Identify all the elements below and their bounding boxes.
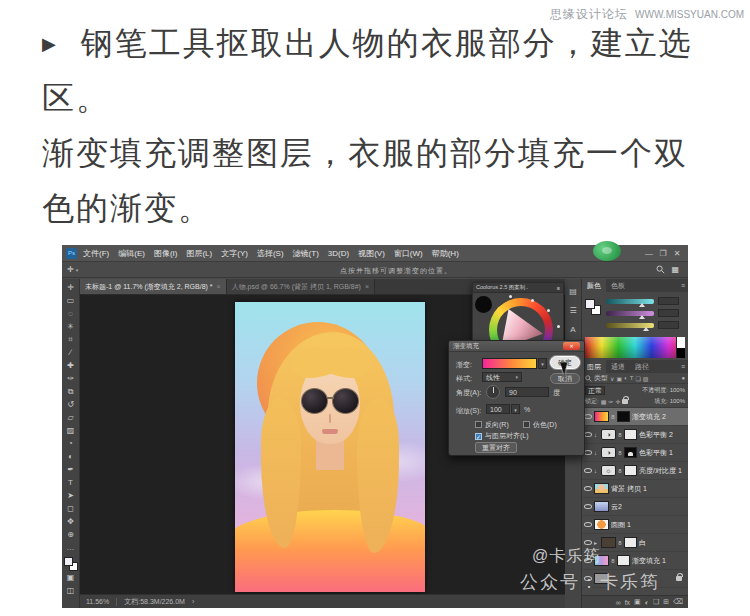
blend-mode-select[interactable]: 正常	[585, 386, 605, 395]
filter-adjustment-icon[interactable]: ◐	[624, 375, 628, 381]
quick-mask-icon[interactable]: ▣	[67, 571, 75, 584]
visibility-eye-icon[interactable]	[584, 504, 592, 509]
adjustments-panel-icon[interactable]: ☰	[569, 306, 576, 315]
layer-name[interactable]: 色彩平衡 2	[639, 430, 673, 440]
visibility-eye-icon[interactable]	[584, 450, 592, 455]
spectrum-bw-cap[interactable]	[676, 337, 685, 358]
heal-tool-icon[interactable]: ✚	[67, 359, 74, 372]
shape-tool-icon[interactable]: ◻	[67, 502, 74, 515]
color-slider-1[interactable]	[606, 299, 654, 304]
lock-position-icon[interactable]: ✛	[615, 398, 620, 405]
dodge-tool-icon[interactable]: ◐	[68, 450, 73, 463]
menu-3d[interactable]: 3D(D)	[328, 249, 349, 258]
layer-thumbnail[interactable]	[594, 483, 609, 494]
coolorus-panel-header[interactable]: Coolorus 2.5 图案制.. ≡	[473, 283, 563, 293]
panel-menu-icon[interactable]: ≡	[681, 282, 688, 289]
eraser-tool-icon[interactable]: ▱	[67, 411, 73, 424]
layer-row-circle[interactable]: 圆圈 1	[582, 516, 688, 534]
path-select-tool-icon[interactable]: ➤	[67, 489, 74, 502]
dither-checkbox[interactable]	[523, 421, 530, 428]
filter-shape-icon[interactable]: ❏	[635, 375, 640, 382]
edit-toolbar-icon[interactable]: …	[67, 541, 75, 554]
dialog-title-bar[interactable]: 渐变填充 ✕	[449, 341, 584, 352]
tab-swatches[interactable]: 色板	[606, 279, 630, 292]
layer-mask-thumbnail[interactable]	[624, 465, 637, 476]
menu-view[interactable]: 视图(V)	[358, 248, 385, 259]
angle-dial[interactable]	[486, 385, 500, 399]
layer-row-background-copy[interactable]: 背景 拷贝 1	[582, 480, 688, 498]
tab-layers[interactable]: 图层	[582, 360, 606, 373]
color-value-field-3[interactable]	[658, 321, 679, 329]
slider-handle[interactable]	[639, 303, 645, 307]
brush-tool-icon[interactable]: ✑	[67, 372, 74, 385]
link-layers-icon[interactable]: ∞	[616, 599, 621, 606]
eyedropper-tool-icon[interactable]: ∕	[70, 346, 71, 359]
filter-toggle-icon[interactable]: ●	[681, 375, 685, 381]
document-tab-active[interactable]: 未标题-1 @ 11.7% (渐变填充 2, RGB/8) * ×	[80, 279, 227, 294]
layer-name[interactable]: 色彩平衡 1	[639, 448, 673, 458]
character-panel-icon[interactable]: A	[570, 325, 575, 334]
tab-close-icon[interactable]: ×	[217, 283, 221, 290]
tab-paths[interactable]: 路径	[630, 360, 654, 373]
cancel-button[interactable]: 取消	[550, 373, 580, 384]
zoom-tool-icon[interactable]: ⊕	[67, 528, 74, 541]
tab-channels[interactable]: 通道	[606, 360, 630, 373]
tool-preset-caret-icon[interactable]: ▾	[76, 267, 79, 273]
adjustment-icon[interactable]: ☼	[601, 465, 616, 476]
layer-mask-thumbnail[interactable]	[624, 447, 637, 458]
close-button[interactable]: ✕	[670, 249, 684, 258]
clone-stamp-tool-icon[interactable]: ⧉	[68, 385, 74, 398]
panel-menu-icon[interactable]: ≡	[557, 285, 560, 291]
filter-pixel-icon[interactable]: ▣	[616, 375, 622, 382]
slider-handle[interactable]	[639, 315, 645, 319]
workspace-switcher-icon[interactable]: ▦	[671, 265, 679, 274]
color-value-field-2[interactable]	[658, 309, 679, 317]
lock-transparency-icon[interactable]: ▦	[601, 398, 607, 405]
menu-select[interactable]: 选择(S)	[257, 248, 284, 259]
pen-tool-icon[interactable]: ✒	[67, 463, 74, 476]
adjustment-icon[interactable]: ◑	[601, 447, 616, 458]
layer-style-icon[interactable]: fx	[625, 599, 630, 606]
reverse-checkbox[interactable]	[475, 421, 482, 428]
color-slider-2[interactable]	[606, 311, 654, 316]
layer-row-cloud[interactable]: 云2	[582, 498, 688, 516]
layer-name[interactable]: 背景 拷贝 1	[611, 484, 647, 494]
swatch-library-panel-icon[interactable]: ▤	[569, 287, 577, 296]
layer-thumbnail[interactable]	[594, 411, 609, 422]
filter-smart-icon[interactable]: ▨	[643, 375, 649, 382]
hand-tool-icon[interactable]: ✥	[67, 515, 74, 528]
menu-window[interactable]: 窗口(W)	[394, 248, 423, 259]
add-mask-icon[interactable]: ▣	[634, 598, 641, 606]
visibility-eye-icon[interactable]	[584, 486, 592, 491]
layer-mask-thumbnail[interactable]	[624, 429, 637, 440]
foreground-color-swatch[interactable]	[64, 557, 73, 566]
layer-row-brightness-contrast[interactable]: ↓ ☼ 8 亮度/对比度 1	[582, 462, 688, 480]
status-arrow-icon[interactable]: ›	[192, 598, 194, 605]
gradient-dropdown-caret-icon[interactable]: ▾	[538, 358, 547, 369]
dither-option[interactable]: 仿色(D)	[523, 420, 557, 430]
menu-help[interactable]: 帮助(H)	[432, 248, 459, 259]
gradient-preview[interactable]	[482, 358, 537, 369]
layer-name[interactable]: 圆圈 1	[611, 520, 631, 530]
gradient-tool-icon[interactable]: ▨	[67, 424, 75, 437]
filter-caret-icon[interactable]: ∨	[610, 375, 614, 382]
layer-row-color-balance-1[interactable]: ↓ ◑ 8 色彩平衡 1	[582, 444, 688, 462]
quick-select-tool-icon[interactable]: ✳	[67, 320, 74, 333]
menu-edit[interactable]: 编辑(E)	[118, 248, 145, 259]
align-checkbox[interactable]: ✓	[475, 433, 482, 440]
foreground-color-swatch[interactable]	[585, 299, 595, 309]
menu-layer[interactable]: 图层(L)	[186, 248, 212, 259]
screen-mode-icon[interactable]: ◫	[67, 584, 75, 597]
menu-filter[interactable]: 滤镜(T)	[293, 248, 319, 259]
align-option[interactable]: ✓与图层对齐(L)	[475, 431, 529, 441]
slider-handle[interactable]	[643, 327, 649, 331]
visibility-eye-icon[interactable]	[584, 540, 592, 545]
visibility-eye-icon[interactable]	[584, 432, 592, 437]
color-value-field-1[interactable]	[658, 297, 679, 305]
color-slider-3[interactable]	[606, 323, 654, 328]
tab-color[interactable]: 颜色	[582, 279, 606, 292]
type-tool-icon[interactable]: T	[68, 476, 73, 489]
color-spectrum-ramp[interactable]	[585, 337, 685, 358]
reset-alignment-button[interactable]: 重置对齐	[475, 442, 517, 453]
layer-name[interactable]: 云2	[611, 502, 622, 512]
